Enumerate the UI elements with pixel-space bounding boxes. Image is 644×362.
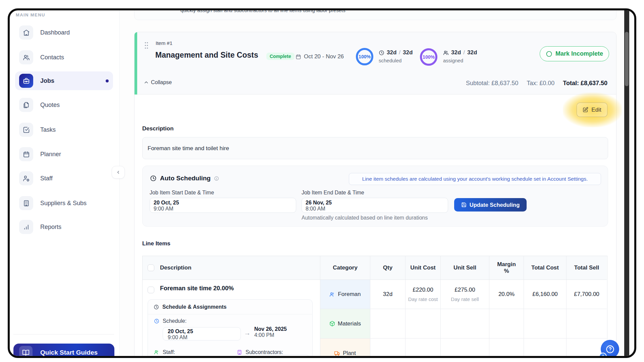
unit-sell-cell[interactable]	[441, 309, 489, 339]
scheduled-progress-ring: 100%	[356, 48, 373, 65]
status-badge: Complete	[266, 53, 294, 60]
category-name: Materials	[338, 320, 361, 327]
sidebar-item-staff[interactable]: Staff	[15, 169, 113, 188]
sidebar-item-label: Dashboard	[40, 29, 70, 36]
book-open-icon	[19, 346, 33, 356]
end-date-value: 26 Nov, 25	[306, 200, 448, 206]
description-label: Description	[142, 125, 174, 132]
qty-cell[interactable]	[370, 309, 406, 339]
mark-incomplete-label: Mark Incomplete	[555, 50, 603, 57]
assigned-stat: 32d/32d	[443, 49, 477, 56]
calendar-icon	[19, 147, 33, 161]
building-icon	[237, 350, 242, 355]
schedule-assignments-header: Schedule & Assignments	[154, 304, 226, 310]
unit-cost-cell[interactable]	[406, 309, 441, 339]
app-window: MAIN MENU Dashboard Contacts Jobs Quotes…	[10, 10, 634, 356]
sidebar-item-dashboard[interactable]: Dashboard	[15, 23, 113, 42]
auto-scheduling-panel: Auto Scheduling Line item schedules are …	[142, 166, 608, 227]
copy-icon	[19, 98, 33, 112]
sidebar-item-label: Contacts	[40, 54, 64, 61]
category-name: Foreman	[338, 291, 361, 298]
quick-start-guides-button[interactable]: Quick Start Guides	[13, 344, 114, 356]
assigned-value: 32d	[451, 49, 461, 56]
sidebar-item-label: Tasks	[40, 126, 56, 133]
total-cost-cell	[524, 339, 567, 356]
category-cell-plant[interactable]: Plant	[320, 339, 370, 356]
users-icon	[19, 50, 33, 64]
sidebar-item-label: Planner	[40, 151, 61, 158]
update-scheduling-button[interactable]: Update Scheduling	[454, 198, 527, 212]
description-value: Foreman site time and toilet hire	[148, 145, 229, 152]
margin-cell[interactable]	[489, 309, 524, 339]
qty-cell[interactable]	[370, 339, 406, 356]
unit-sell-cell[interactable]	[441, 339, 489, 356]
subcontractors-field[interactable]	[244, 355, 309, 356]
sidebar-collapse-button[interactable]	[112, 166, 125, 179]
sidebar-item-quotes[interactable]: Quotes	[15, 96, 113, 114]
edit-label: Edit	[591, 107, 601, 113]
scrollbar-thumb[interactable]	[625, 32, 629, 86]
category-cell-foreman[interactable]: Foreman	[320, 280, 370, 309]
chevron-left-icon	[116, 170, 121, 175]
auto-scheduling-title: Auto Scheduling	[160, 175, 211, 182]
line-items-label: Line Items	[142, 240, 170, 247]
unit-sell-cell[interactable]: £275.00Day rate sell	[441, 280, 489, 309]
unit-cost-cell[interactable]	[406, 339, 441, 356]
currently-assigned-text: Currently Assigned	[163, 355, 205, 356]
sidebar-item-tasks[interactable]: Tasks	[15, 120, 113, 139]
scrollbar-track[interactable]	[624, 10, 629, 356]
users-icon	[154, 350, 159, 355]
arrow-right-icon: →	[244, 329, 251, 337]
qty-cell[interactable]: 32d	[370, 280, 406, 309]
unit-cost-cell[interactable]: £220.00Day rate cost	[406, 280, 441, 309]
sidebar-item-planner[interactable]: Planner	[15, 145, 113, 164]
drag-handle-icon[interactable]	[145, 42, 148, 49]
schedule-assignments-panel: Schedule & Assignments Schedule: 20 Oct,…	[148, 299, 313, 356]
row-end-datetime: Nov 26, 2025 4:00 PM	[254, 326, 287, 338]
start-date-input[interactable]: 20 Oct, 25 9:00 AM	[150, 198, 296, 213]
category-cell-materials[interactable]: Materials	[320, 309, 370, 339]
sidebar-item-label: Jobs	[40, 77, 54, 84]
briefcase-icon	[19, 74, 33, 88]
item-card-header: Item #1 Management and Site Costs Comple…	[135, 32, 616, 95]
row-start-time: 9:00 AM	[168, 335, 240, 340]
select-all-checkbox[interactable]	[148, 264, 154, 271]
assigned-pct: 100%	[423, 54, 435, 60]
sidebar-item-contacts[interactable]: Contacts	[15, 48, 113, 67]
sidebar-item-jobs[interactable]: Jobs	[15, 71, 113, 90]
col-header-total-cost: Total Cost	[524, 256, 567, 280]
update-scheduling-label: Update Scheduling	[470, 202, 520, 208]
scheduled-value: 32d	[387, 49, 396, 56]
building-icon	[19, 196, 33, 210]
sidebar-item-label: Reports	[40, 224, 61, 231]
sidebar-item-reports[interactable]: Reports	[15, 218, 113, 236]
total-sell-cell: £7,700.00	[567, 280, 607, 309]
margin-cell[interactable]	[489, 339, 524, 356]
collapse-toggle[interactable]: Collapse	[144, 79, 172, 85]
description-field[interactable]: Foreman site time and toilet hire	[142, 137, 608, 159]
sidebar-item-suppliers[interactable]: Suppliers & Subs	[15, 194, 113, 213]
sidebar-section-title: MAIN MENU	[16, 12, 45, 17]
line-items-table: Description Category Qty Unit Cost Unit …	[142, 256, 607, 356]
circle-icon	[546, 51, 552, 57]
row-checkbox[interactable]	[148, 287, 154, 293]
labor-presets-banner: quickly assign staff and subcontractors …	[134, 10, 616, 20]
job-item-card: Item #1 Management and Site Costs Comple…	[134, 32, 616, 356]
end-date-label: Job Item End Date & Time	[302, 190, 364, 196]
edit-button[interactable]: Edit	[577, 103, 607, 117]
end-date-input[interactable]: 26 Nov, 25 8:00 AM	[302, 198, 448, 213]
mark-incomplete-button[interactable]: Mark Incomplete	[540, 46, 609, 61]
col-header-category: Category	[320, 256, 370, 280]
margin-cell[interactable]: 20.0%	[489, 280, 524, 309]
col-header-unit-cost: Unit Cost	[406, 256, 441, 280]
edit-icon	[583, 107, 588, 113]
banner-text: quickly assign staff and subcontractors …	[180, 10, 345, 13]
calendar-icon	[296, 54, 301, 60]
sidebar-item-label: Staff	[40, 175, 53, 182]
item-status-bar	[135, 32, 137, 95]
question-circle-icon	[605, 345, 615, 354]
assigned-total: 32d	[467, 49, 477, 56]
row-start-date-input[interactable]: 20 Oct, 25 9:00 AM	[163, 327, 241, 341]
col-header-qty: Qty	[370, 256, 406, 280]
assigned-progress-ring: 100%	[420, 48, 437, 66]
